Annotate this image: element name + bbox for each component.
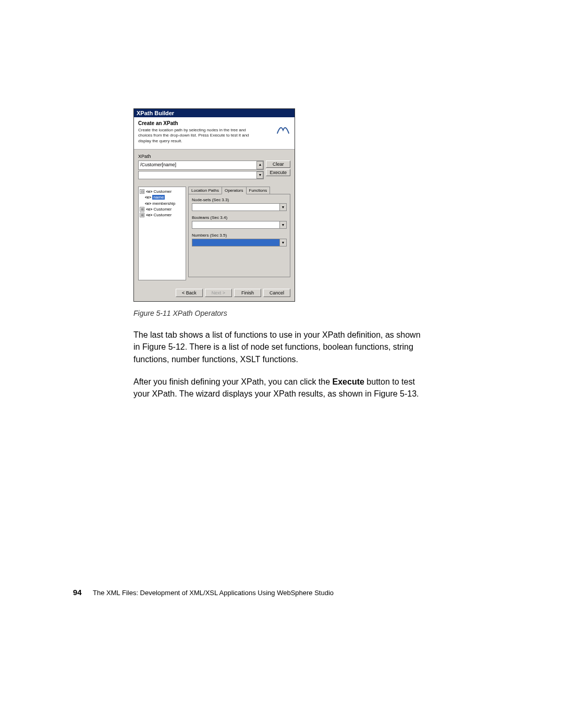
booleans-label: Booleans (Sec 3.4) [192,215,287,220]
tabs-panel: Location Paths Operators Functions Node-… [188,187,290,280]
numbers-label: Numbers (Sec 3.5) [192,233,287,238]
tree-node[interactable]: ⊟ <e> Customer [140,189,185,194]
chevron-down-icon[interactable]: ▼ [279,221,286,228]
nodesets-label: Node-sets (Sec 3.3) [192,198,287,202]
wizard-icon [276,121,290,136]
execute-button[interactable]: Execute [266,169,290,176]
chevron-down-icon[interactable]: ▼ [279,239,286,246]
next-button: Next > [205,289,232,297]
xpath-result-box[interactable]: ▼ [138,171,264,179]
tab-location-paths[interactable]: Location Paths [188,187,222,194]
booleans-dropdown[interactable]: ▼ [192,221,287,229]
tree-node[interactable]: ⊞ <e> Customer [140,212,185,218]
execute-bold: Execute [333,377,364,386]
xml-tree[interactable]: ⊟ <e> Customer <e> name <e> membership ⊞ [138,187,186,280]
tree-node-selected[interactable]: <e> name [140,194,185,200]
expand-icon[interactable]: ⊞ [140,213,144,217]
header-description: Create the location path by selecting no… [138,128,258,144]
cancel-button[interactable]: Cancel [263,289,290,297]
dialog-titlebar: XPath Builder [134,109,295,117]
tab-functions[interactable]: Functions [246,187,271,194]
tab-operators[interactable]: Operators [222,187,247,194]
xpath-builder-dialog: XPath Builder Create an XPath Create the… [133,108,295,302]
page-footer: 94 The XML Files: Development of XML/XSL… [73,588,334,597]
paragraph-2: After you finish defining your XPath, yo… [133,376,425,400]
finish-button[interactable]: Finish [234,289,261,297]
figure-caption: Figure 5-11 XPath Operators [133,309,425,317]
wizard-buttons: < Back Next > Finish Cancel [134,285,295,301]
scroll-up-icon[interactable]: ▲ [256,161,263,169]
tree-node[interactable]: ⊞ <e> Customer [140,206,185,212]
xpath-label: XPath [138,154,290,159]
page-number: 94 [73,588,82,597]
header-title: Create an XPath [138,120,290,126]
clear-button[interactable]: Clear [266,161,290,168]
chevron-down-icon[interactable]: ▼ [279,204,286,211]
scroll-down-icon[interactable]: ▼ [256,171,263,179]
numbers-dropdown[interactable]: ▼ [192,239,287,246]
paragraph-1: The last tab shows a list of functions t… [133,329,425,365]
collapse-icon[interactable]: ⊟ [140,189,144,194]
expand-icon[interactable]: ⊞ [140,207,144,212]
tab-body: Node-sets (Sec 3.3) ▼ Booleans (Sec 3.4)… [188,194,290,277]
tree-node[interactable]: <e> membership [140,201,185,206]
xpath-value-text: /Customer[name] [140,162,176,167]
nodesets-dropdown[interactable]: ▼ [192,203,287,211]
dialog-header: Create an XPath Create the location path… [134,117,295,150]
xpath-input[interactable]: /Customer[name] ▲ [138,161,264,170]
book-title: The XML Files: Development of XML/XSL Ap… [93,589,334,597]
back-button[interactable]: < Back [176,289,203,297]
